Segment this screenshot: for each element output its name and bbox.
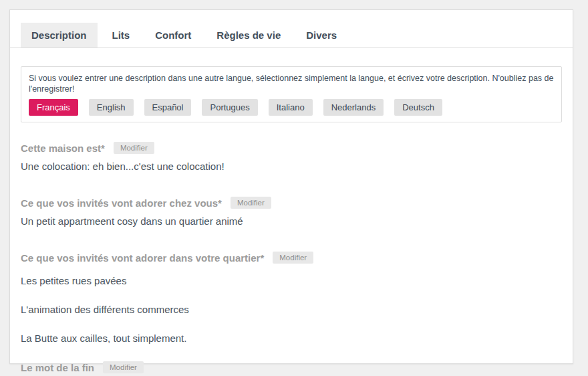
- tab-divers[interactable]: Divers: [295, 23, 347, 48]
- section-text: Une colocation: eh bien...c'est une colo…: [21, 160, 562, 173]
- language-button-row: Français English Español Portugues Itali…: [29, 99, 554, 116]
- language-button-nederlands[interactable]: Nederlands: [323, 99, 384, 116]
- section-heading: Le mot de la fin: [21, 362, 94, 373]
- section-text: Les petites rues pavées: [21, 274, 562, 287]
- language-button-espanol[interactable]: Español: [144, 99, 192, 116]
- listing-editor-panel: Description Lits Confort Règles de vie D…: [9, 9, 573, 364]
- section-heading: Ce que vos invités vont adorer dans votr…: [21, 252, 264, 264]
- section-text: La Butte aux cailles, tout simplement.: [21, 332, 562, 345]
- tab-bar: Description Lits Confort Règles de vie D…: [10, 10, 573, 48]
- modify-button-adorer-quartier[interactable]: Modifier: [273, 252, 313, 264]
- language-button-francais[interactable]: Français: [29, 99, 78, 116]
- section-cette-maison-est: Cette maison est* Modifier Une colocatio…: [21, 142, 562, 173]
- section-heading: Cette maison est*: [21, 143, 105, 154]
- language-button-italiano[interactable]: Italiano: [269, 99, 313, 116]
- modify-button-adorer-chez-vous[interactable]: Modifier: [231, 197, 271, 209]
- language-button-portugues[interactable]: Portugues: [202, 99, 257, 116]
- tab-description[interactable]: Description: [21, 23, 98, 48]
- section-text: Un petit appartmeent cosy dans un quarti…: [21, 215, 562, 227]
- section-adorer-quartier: Ce que vos invités vont adorer dans votr…: [21, 252, 562, 345]
- modify-button-mot-de-la-fin[interactable]: Modifier: [103, 361, 144, 373]
- tab-confort[interactable]: Confort: [144, 23, 202, 48]
- language-instruction: Si vous voulez entrer une description da…: [29, 73, 554, 94]
- language-button-deutsch[interactable]: Deutsch: [394, 99, 442, 116]
- section-text: L'animation des différents commerces: [21, 303, 562, 316]
- language-button-english[interactable]: English: [89, 99, 134, 116]
- section-heading: Ce que vos invités vont adorer chez vous…: [21, 197, 222, 209]
- tab-regles-de-vie[interactable]: Règles de vie: [206, 23, 291, 48]
- language-panel: Si vous voulez entrer une description da…: [21, 66, 562, 122]
- description-tab-content: Si vous voulez entrer une description da…: [10, 66, 573, 373]
- section-adorer-chez-vous: Ce que vos invités vont adorer chez vous…: [21, 197, 562, 227]
- tab-lits[interactable]: Lits: [102, 23, 141, 48]
- section-mot-de-la-fin: Le mot de la fin Modifier: [21, 361, 562, 373]
- modify-button-cette-maison-est[interactable]: Modifier: [114, 142, 154, 154]
